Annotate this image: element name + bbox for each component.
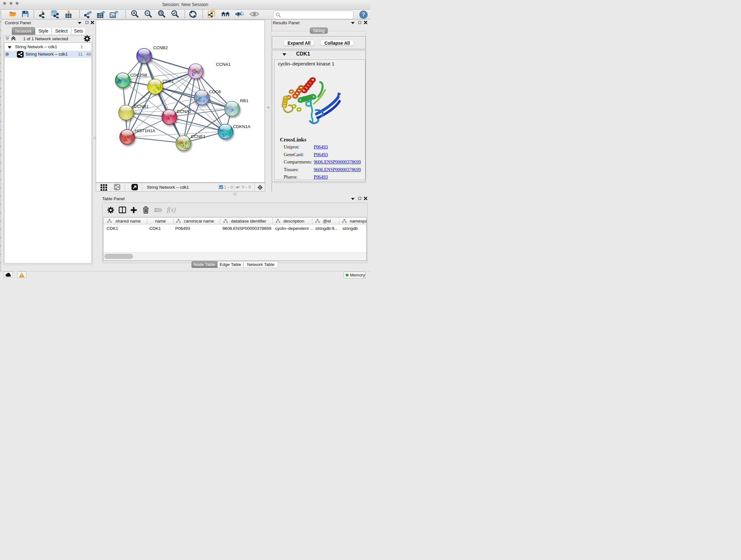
svg-text:CDC6: CDC6: [209, 89, 221, 94]
svg-text:CCNB1: CCNB1: [134, 104, 149, 109]
svg-text:CCNA1: CCNA1: [216, 62, 231, 67]
svg-text:CDC25B: CDC25B: [130, 73, 147, 78]
svg-text:CCNA2: CCNA2: [177, 109, 192, 114]
svg-text:CCNE1: CCNE1: [191, 134, 205, 139]
svg-text:CDK1: CDK1: [162, 79, 174, 84]
svg-text:RB1: RB1: [240, 98, 248, 103]
svg-text:CCNB2: CCNB2: [153, 45, 168, 50]
svg-text:HIST1H1A: HIST1H1A: [135, 128, 155, 133]
svg-text:CDKN1A: CDKN1A: [233, 124, 251, 129]
